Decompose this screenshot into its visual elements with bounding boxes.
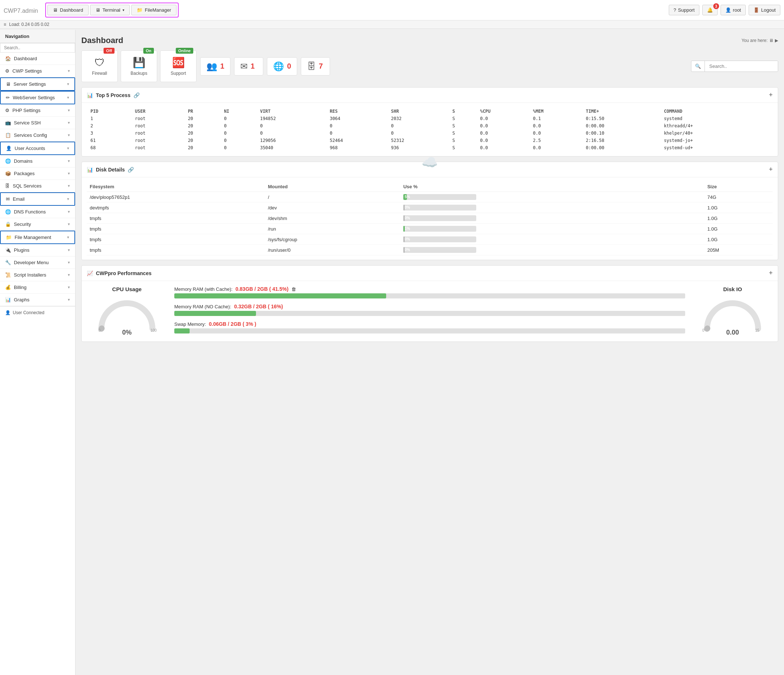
sidebar-item-security[interactable]: 🔒 Security ▾ [0,218,75,231]
stat-card-users[interactable]: 👥 1 [200,57,230,76]
sidebar-item-label: Billing [14,285,26,290]
svg-text:0: 0 [702,328,705,332]
sidebar-item-domains[interactable]: 🌐 Domains ▾ [0,155,75,167]
arrow-icon: ▾ [68,171,70,176]
sidebar-item-billing[interactable]: 💰 Billing ▾ [0,281,75,294]
dashboard-nav-btn[interactable]: 🖥 Dashboard [47,5,89,15]
sidebar-item-service-ssh[interactable]: 📺 Service SSH ▾ [0,117,75,129]
cwppro-header: 📈 CWPpro Performances + [82,266,778,281]
sidebar-item-file-management[interactable]: 📁 File Management ▾ [0,231,75,244]
cwppro-title: CWPpro Performances [96,270,151,276]
logout-icon: 🚪 [753,7,759,13]
sidebar-item-developer-menu[interactable]: 🔧 Developer Menu ▾ [0,257,75,269]
gear-icon: ⚙ [5,108,9,113]
arrow-icon: ▾ [68,120,70,125]
sidebar-item-graphs[interactable]: 📊 Graphs ▾ [0,294,75,306]
diskio-gauge-container: Disk IO 0 15 0.00 [692,286,773,337]
notif-badge: 3 [713,3,719,9]
dashboard-nav-label: Dashboard [60,7,83,13]
sidebar-item-label: WebServer Settings [13,95,55,100]
sidebar-item-webserver-settings[interactable]: ✏ WebServer Settings ▾ [0,91,75,104]
sidebar-item-plugins[interactable]: 🔌 Plugins ▾ [0,244,75,257]
stat-card-db[interactable]: 🗄 7 [301,57,330,76]
bell-icon: 🔔 [707,7,713,13]
filemanager-nav-btn[interactable]: 📁 FileManager [131,5,176,15]
sidebar-item-sql-services[interactable]: 🗄 SQL Services ▾ [0,180,75,192]
monitor-icon: 🖥 [6,81,11,87]
terminal-nav-btn[interactable]: 🖥 Terminal ▾ [90,5,130,15]
disk-use-bar-container: 5% [403,194,476,200]
sidebar-item-services-config[interactable]: 📋 Services Config ▾ [0,129,75,142]
logo-text: CWP7 [4,8,20,14]
top5-body: PID USER PR NI VIRT RES SHR S %CPU %MEM … [82,103,778,156]
sidebar-item-cwp-settings[interactable]: ⚙ CWP Settings ▾ [0,65,75,77]
sidebar-item-label: Email [13,196,25,202]
sidebar-item-label: Security [14,221,31,227]
lock-icon: 🔒 [5,221,11,227]
logo-sub: .admin [20,8,38,14]
disk-add-btn[interactable]: + [769,166,773,173]
sidebar-item-script-installers[interactable]: 📜 Script Installers ▾ [0,269,75,281]
sidebar-search[interactable] [0,43,75,53]
mem-with-cache-value: 0.83GB / 2GB ( 41.5%) [236,286,289,292]
cloud-icon: ☁️ [422,155,438,170]
main-content: Dashboard You are here: 🖥 ▶ Off 🛡 Firewa… [75,30,784,675]
sidebar-item-email[interactable]: ✉ Email ▾ [0,192,75,206]
support-btn[interactable]: ? Support [669,5,699,15]
table-row: 61root2001290565246452312S0.02.52:16.58s… [87,137,772,144]
firewall-card[interactable]: Off 🛡 Firewall [81,50,118,82]
user-label: root [733,7,741,13]
top5-add-btn[interactable]: + [769,91,773,99]
mem-no-cache-bar-container [174,311,685,316]
breadcrumb-label: You are here: [741,38,768,43]
search-input[interactable] [705,61,778,72]
sidebar-item-user-accounts[interactable]: 👤 User Accounts ▾ [0,142,75,155]
disk-use-bar-container: 1% [403,226,476,232]
disk-col-mounted: Mounted [265,182,400,192]
logout-btn[interactable]: 🚪 Logout [749,5,780,15]
mem-with-cache-label-row: Memory RAM (with Cache): 0.83GB / 2GB ( … [174,286,685,292]
sidebar-item-label: User Accounts [15,146,45,151]
table-row: /dev/ploop57652p1/5%74G [87,192,773,203]
logout-label: Logout [761,7,776,13]
stat-cards-group: 👥 1 ✉ 1 🌐 0 🗄 7 [200,57,688,76]
stat-card-mail[interactable]: ✉ 1 [234,57,263,76]
diskio-value: 0.00 [726,329,739,337]
top5-header-left: 📊 Top 5 Process 🔗 [87,92,140,98]
disk-col-filesystem: Filesystem [87,182,265,192]
line-chart-icon: 📈 [87,270,93,276]
sidebar-item-label: Services Config [14,133,47,138]
sidebar-item-label: Packages [14,171,35,176]
stat-card-globe[interactable]: 🌐 0 [267,57,297,76]
mail-icon: ✉ [6,196,10,202]
header-nav: 🖥 Dashboard 🖥 Terminal ▾ 📁 FileManager [45,3,179,17]
cwppro-add-btn[interactable]: + [769,269,773,277]
plugin-icon: 🔌 [5,247,11,253]
support-status-badge: Online [176,48,193,54]
swap-row: Swap Memory: 0.06GB / 2GB ( 3% ) [174,321,685,334]
mem-no-cache-bar [174,311,256,316]
mem-with-cache-bar-container [174,293,685,298]
arrow-icon: ▾ [68,69,70,73]
user-btn[interactable]: 👤 root [720,5,746,15]
sidebar-item-dns-functions[interactable]: 🌐 DNS Functions ▾ [0,206,75,218]
question-icon: ? [674,7,676,13]
disk-use-bar-container: 0% [403,237,476,242]
backups-card[interactable]: On 💾 Backups [121,50,157,82]
mem-no-cache-row: Memory RAM (NO Cache): 0.32GB / 2GB ( 16… [174,304,685,316]
sidebar-item-label: PHP Settings [12,108,40,113]
sidebar-item-server-settings[interactable]: 🖥 Server Settings ▾ [0,77,75,91]
support-card[interactable]: Online 🆘 Support [160,50,196,82]
sidebar-item-packages[interactable]: 📦 Packages ▾ [0,167,75,180]
db-stat-icon: 🗄 [307,61,316,72]
notifications-btn[interactable]: 🔔 3 [702,5,718,15]
page-title-bar: Dashboard You are here: 🖥 ▶ [81,36,778,45]
sidebar-item-dashboard[interactable]: 🏠 Dashboard [0,53,75,65]
link-icon: 🔗 [134,92,140,98]
trash-icon[interactable]: 🗑 [291,287,296,292]
mem-section: Memory RAM (with Cache): 0.83GB / 2GB ( … [174,286,685,334]
sidebar-item-php-settings[interactable]: ⚙ PHP Settings ▾ [0,104,75,117]
sidebar-item-label: Domains [14,158,33,164]
col-time: TIME+ [583,108,660,115]
arrow-icon: ▾ [67,95,69,100]
